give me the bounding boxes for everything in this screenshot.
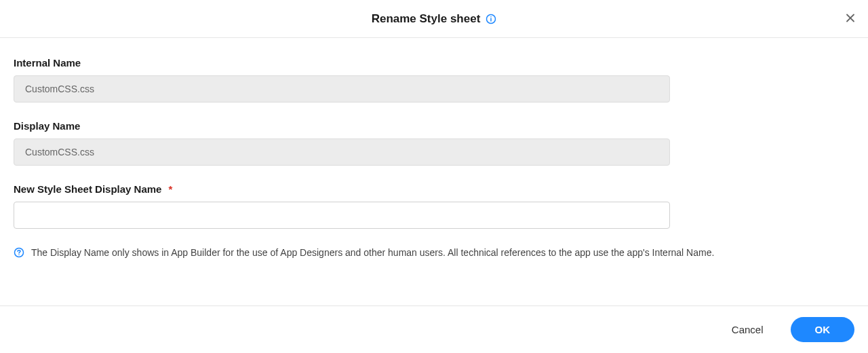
close-icon [845, 12, 856, 25]
internal-name-label: Internal Name [14, 57, 854, 69]
cancel-button[interactable]: Cancel [724, 318, 772, 341]
help-text: The Display Name only shows in App Build… [31, 246, 714, 260]
dialog-footer: Cancel OK [0, 305, 868, 353]
dialog-body: Internal Name Display Name New Style She… [0, 38, 868, 274]
new-display-name-label: New Style Sheet Display Name * [14, 183, 854, 195]
help-icon[interactable] [14, 247, 24, 258]
svg-point-2 [491, 16, 492, 18]
help-row: The Display Name only shows in App Build… [14, 246, 854, 260]
required-asterisk: * [169, 183, 173, 195]
new-display-name-field[interactable] [14, 202, 670, 229]
ok-button[interactable]: OK [791, 317, 855, 342]
svg-point-6 [18, 255, 20, 256]
dialog-title: Rename Style sheet [372, 12, 481, 26]
display-name-field [14, 138, 670, 166]
form-group-display-name: Display Name [14, 120, 854, 166]
dialog-title-wrap: Rename Style sheet [372, 12, 497, 26]
dialog-header: Rename Style sheet [0, 0, 868, 38]
internal-name-field [14, 75, 670, 103]
new-display-name-label-text: New Style Sheet Display Name [14, 183, 161, 195]
info-icon[interactable] [486, 14, 496, 24]
display-name-label: Display Name [14, 120, 854, 132]
form-group-internal-name: Internal Name [14, 57, 854, 103]
close-button[interactable] [842, 10, 859, 28]
form-group-new-display-name: New Style Sheet Display Name * [14, 183, 854, 229]
